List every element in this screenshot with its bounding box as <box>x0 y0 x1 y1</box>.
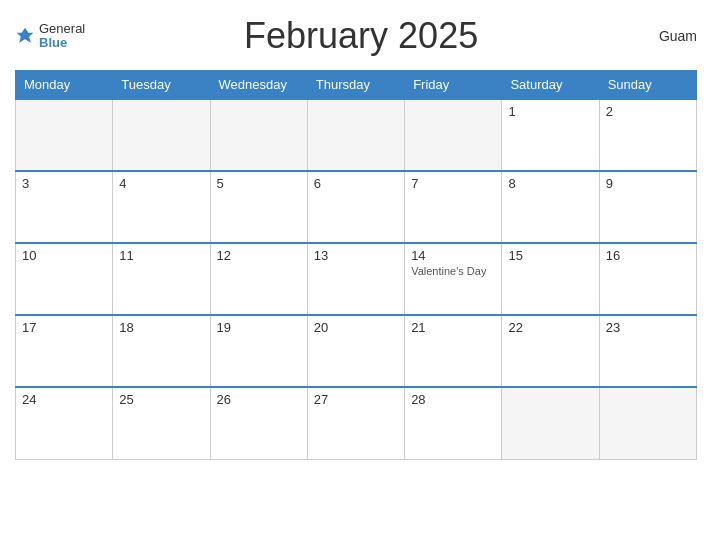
calendar-cell <box>502 387 599 459</box>
day-number: 8 <box>508 176 592 191</box>
day-number: 20 <box>314 320 398 335</box>
calendar-cell: 9 <box>599 171 696 243</box>
day-number: 27 <box>314 392 398 407</box>
calendar-cell <box>599 387 696 459</box>
day-number: 21 <box>411 320 495 335</box>
calendar-week-row: 12 <box>16 99 697 171</box>
logo: General Blue <box>15 22 85 51</box>
calendar-cell: 2 <box>599 99 696 171</box>
day-number: 26 <box>217 392 301 407</box>
calendar-cell: 4 <box>113 171 210 243</box>
calendar-grid: Monday Tuesday Wednesday Thursday Friday… <box>15 70 697 460</box>
logo-icon <box>15 26 35 46</box>
calendar-cell <box>113 99 210 171</box>
event-label: Valentine's Day <box>411 265 495 277</box>
calendar-cell: 22 <box>502 315 599 387</box>
day-number: 23 <box>606 320 690 335</box>
day-number: 2 <box>606 104 690 119</box>
day-number: 6 <box>314 176 398 191</box>
calendar-cell: 19 <box>210 315 307 387</box>
header-friday: Friday <box>405 71 502 100</box>
day-number: 10 <box>22 248 106 263</box>
calendar-cell: 11 <box>113 243 210 315</box>
location-label: Guam <box>637 28 697 44</box>
calendar-cell <box>16 99 113 171</box>
calendar-week-row: 2425262728 <box>16 387 697 459</box>
calendar-cell: 18 <box>113 315 210 387</box>
day-number: 5 <box>217 176 301 191</box>
calendar-cell: 26 <box>210 387 307 459</box>
logo-general: General <box>39 22 85 36</box>
header-wednesday: Wednesday <box>210 71 307 100</box>
calendar-week-row: 3456789 <box>16 171 697 243</box>
day-number: 24 <box>22 392 106 407</box>
logo-blue: Blue <box>39 36 85 50</box>
calendar-week-row: 17181920212223 <box>16 315 697 387</box>
calendar-cell <box>307 99 404 171</box>
calendar-container: General Blue February 2025 Guam Monday T… <box>0 0 712 550</box>
calendar-cell: 8 <box>502 171 599 243</box>
calendar-cell: 10 <box>16 243 113 315</box>
calendar-cell: 3 <box>16 171 113 243</box>
day-number: 22 <box>508 320 592 335</box>
day-number: 4 <box>119 176 203 191</box>
day-number: 18 <box>119 320 203 335</box>
calendar-cell: 21 <box>405 315 502 387</box>
calendar-cell: 23 <box>599 315 696 387</box>
calendar-cell: 14Valentine's Day <box>405 243 502 315</box>
calendar-cell: 25 <box>113 387 210 459</box>
day-number: 1 <box>508 104 592 119</box>
header-monday: Monday <box>16 71 113 100</box>
calendar-cell <box>405 99 502 171</box>
day-number: 12 <box>217 248 301 263</box>
day-number: 11 <box>119 248 203 263</box>
day-number: 3 <box>22 176 106 191</box>
day-number: 15 <box>508 248 592 263</box>
day-number: 28 <box>411 392 495 407</box>
day-number: 19 <box>217 320 301 335</box>
calendar-cell: 7 <box>405 171 502 243</box>
calendar-cell: 17 <box>16 315 113 387</box>
calendar-cell: 5 <box>210 171 307 243</box>
day-number: 17 <box>22 320 106 335</box>
day-number: 25 <box>119 392 203 407</box>
day-number: 16 <box>606 248 690 263</box>
calendar-cell: 16 <box>599 243 696 315</box>
calendar-cell: 15 <box>502 243 599 315</box>
calendar-cell: 6 <box>307 171 404 243</box>
calendar-cell: 1 <box>502 99 599 171</box>
calendar-cell: 20 <box>307 315 404 387</box>
header-sunday: Sunday <box>599 71 696 100</box>
day-number: 13 <box>314 248 398 263</box>
calendar-cell <box>210 99 307 171</box>
calendar-cell: 28 <box>405 387 502 459</box>
header-tuesday: Tuesday <box>113 71 210 100</box>
calendar-header: General Blue February 2025 Guam <box>15 10 697 62</box>
header-thursday: Thursday <box>307 71 404 100</box>
calendar-cell: 12 <box>210 243 307 315</box>
day-number: 14 <box>411 248 495 263</box>
day-number: 7 <box>411 176 495 191</box>
calendar-cell: 27 <box>307 387 404 459</box>
svg-marker-0 <box>17 28 34 43</box>
weekday-header-row: Monday Tuesday Wednesday Thursday Friday… <box>16 71 697 100</box>
day-number: 9 <box>606 176 690 191</box>
calendar-week-row: 1011121314Valentine's Day1516 <box>16 243 697 315</box>
calendar-cell: 13 <box>307 243 404 315</box>
calendar-cell: 24 <box>16 387 113 459</box>
header-saturday: Saturday <box>502 71 599 100</box>
month-title: February 2025 <box>85 15 637 57</box>
